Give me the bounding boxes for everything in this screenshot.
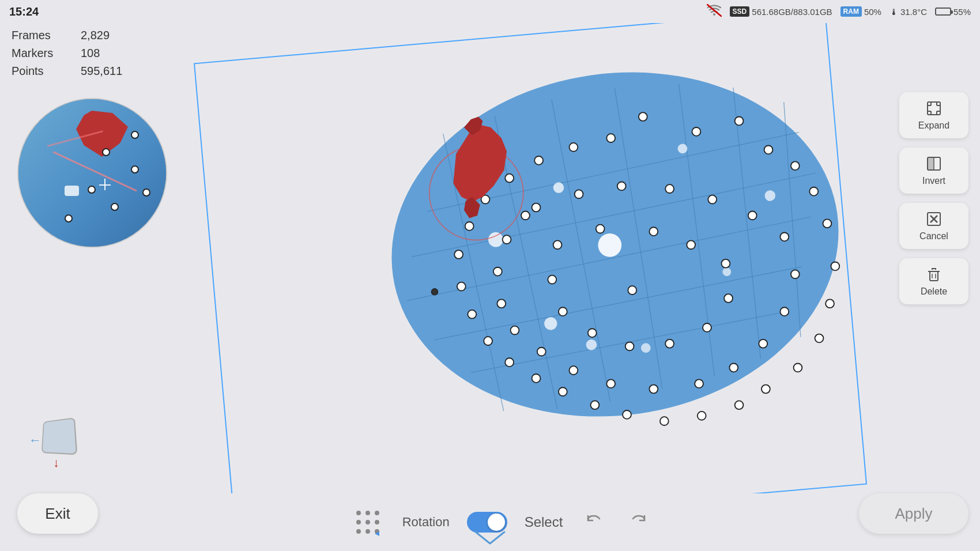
cancel-button[interactable]: Cancel (899, 203, 968, 249)
lone-marker-dot (431, 289, 438, 295)
mini-viewport[interactable] (17, 98, 167, 248)
delete-icon (925, 266, 943, 283)
svg-point-66 (649, 385, 658, 394)
svg-point-72 (493, 267, 502, 276)
svg-point-32 (826, 299, 834, 308)
main-viewport[interactable] (173, 23, 899, 493)
select-label: Select (525, 514, 563, 530)
svg-point-35 (762, 385, 770, 394)
svg-point-100 (356, 511, 361, 515)
svg-point-59 (748, 211, 757, 220)
svg-point-73 (503, 235, 511, 244)
svg-point-106 (356, 529, 361, 534)
svg-point-74 (521, 211, 530, 220)
frames-row: Frames 2,829 (12, 29, 122, 42)
expand-button[interactable]: Expand (899, 92, 968, 138)
mini-viewport-inner (18, 99, 166, 247)
stats-panel: Frames 2,829 Markers 108 Points 595,611 (12, 29, 122, 82)
svg-point-67 (606, 379, 615, 388)
svg-point-65 (695, 379, 703, 388)
svg-point-102 (375, 511, 379, 515)
delete-label: Delete (921, 286, 947, 297)
battery-value: 55% (953, 7, 971, 17)
expand-label: Expand (918, 120, 949, 131)
svg-point-52 (569, 143, 578, 152)
bottom-chevron (473, 529, 507, 551)
toggle-knob (488, 514, 505, 531)
svg-point-46 (457, 282, 466, 291)
svg-point-82 (665, 339, 674, 348)
wifi-icon (707, 4, 722, 20)
svg-point-56 (617, 182, 626, 191)
grid-icon-button[interactable] (350, 505, 385, 539)
battery-icon (935, 7, 951, 16)
status-bar: 15:24 SSD 561.68GB/883.01GB RAM 50% 🌡 31… (0, 0, 980, 23)
temp-value: 31.8°C (900, 7, 927, 17)
svg-point-76 (596, 225, 605, 233)
svg-point-101 (365, 511, 370, 515)
invert-icon (925, 155, 943, 172)
markers-row: Markers 108 (12, 47, 122, 60)
status-indicators: SSD 561.68GB/883.01GB RAM 50% 🌡 31.8°C 5… (707, 4, 971, 20)
expand-icon (925, 100, 943, 117)
svg-point-42 (532, 374, 541, 383)
svg-point-50 (505, 174, 514, 183)
thermometer-icon: 🌡 (889, 7, 898, 17)
svg-point-44 (484, 337, 492, 345)
temp-indicator: 🌡 31.8°C (889, 7, 927, 17)
svg-point-24 (639, 112, 647, 121)
exit-button[interactable]: Exit (17, 493, 98, 534)
svg-point-77 (649, 227, 658, 236)
chevron-down-icon (473, 529, 507, 546)
delete-button[interactable]: Delete (899, 258, 968, 304)
nav-arrow-down-icon: ↓ (53, 455, 59, 470)
svg-point-78 (687, 240, 695, 249)
svg-point-51 (534, 156, 543, 165)
svg-rect-89 (928, 102, 940, 115)
svg-point-43 (505, 358, 514, 367)
frames-label: Frames (12, 29, 58, 42)
apply-button[interactable]: Apply (859, 493, 968, 534)
frames-value: 2,829 (81, 29, 110, 42)
undo-button[interactable] (580, 507, 608, 538)
invert-label: Invert (922, 176, 945, 186)
ram-indicator: RAM 50% (840, 6, 881, 17)
cancel-icon (925, 210, 943, 228)
svg-point-38 (660, 417, 669, 425)
nav-cube[interactable]: ← ↓ (29, 413, 86, 470)
svg-point-54 (532, 203, 541, 212)
svg-point-37 (698, 412, 706, 420)
svg-rect-91 (928, 157, 934, 170)
grid-dots-icon (353, 507, 383, 537)
svg-point-64 (729, 364, 738, 372)
svg-point-81 (703, 323, 711, 332)
svg-point-85 (559, 307, 567, 316)
svg-point-55 (575, 190, 583, 198)
redo-button[interactable] (625, 507, 653, 538)
cancel-label: Cancel (919, 231, 948, 241)
svg-point-25 (692, 127, 701, 136)
svg-point-62 (780, 307, 789, 316)
svg-point-63 (759, 339, 767, 348)
svg-point-28 (791, 161, 800, 170)
svg-point-86 (548, 276, 556, 284)
svg-point-29 (809, 187, 818, 196)
invert-button[interactable]: Invert (899, 148, 968, 194)
svg-point-107 (365, 529, 370, 534)
svg-point-48 (465, 222, 474, 231)
clock: 15:24 (9, 5, 39, 18)
right-panel: Expand Invert Cancel Delete (899, 92, 974, 304)
battery-indicator: 55% (935, 7, 971, 17)
points-value: 595,611 (81, 65, 122, 78)
rotation-label: Rotation (402, 515, 450, 530)
nav-arrow-left-icon: ← (29, 433, 42, 448)
svg-point-47 (454, 250, 463, 259)
svg-point-105 (375, 520, 379, 524)
points-label: Points (12, 65, 58, 78)
markers-label: Markers (12, 47, 58, 60)
svg-point-70 (511, 326, 519, 335)
svg-point-79 (721, 259, 730, 268)
svg-point-31 (831, 262, 839, 270)
svg-point-40 (591, 401, 600, 409)
svg-point-57 (665, 184, 674, 193)
